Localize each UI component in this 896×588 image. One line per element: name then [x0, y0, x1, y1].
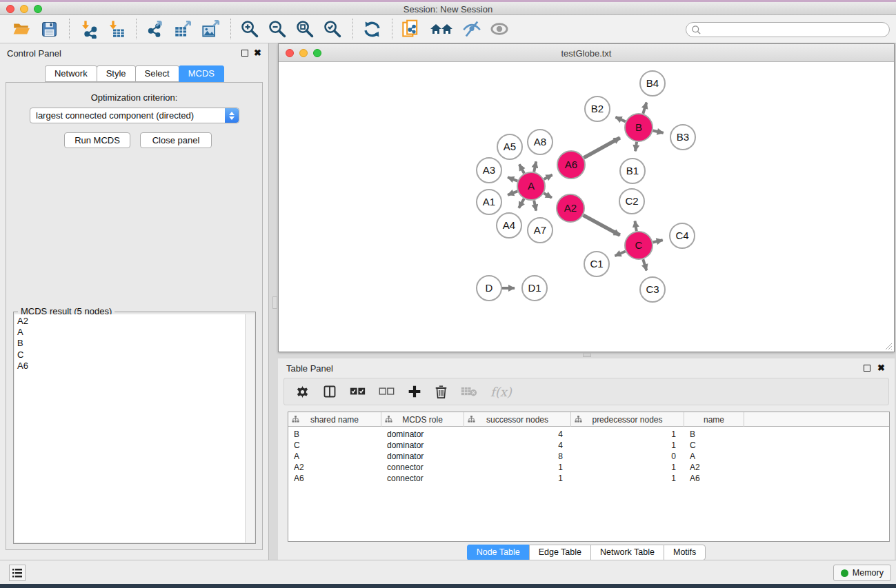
splitter-handle[interactable]: [583, 353, 591, 357]
table-cell[interactable]: connector: [381, 473, 464, 484]
edge-B-B3[interactable]: [653, 130, 664, 132]
table-cell[interactable]: A6: [288, 473, 381, 484]
close-panel-button[interactable]: Close panel: [140, 132, 212, 148]
tab-edge-table[interactable]: Edge Table: [529, 545, 590, 560]
memory-button[interactable]: Memory: [833, 565, 891, 581]
refresh-layout-button[interactable]: [361, 19, 382, 39]
import-table-button[interactable]: [106, 19, 126, 39]
network-window-titlebar[interactable]: testGlobe.txt: [279, 44, 894, 62]
edge-A6-B[interactable]: [584, 138, 619, 158]
delete-button[interactable]: [435, 383, 448, 400]
table-cell[interactable]: B: [684, 429, 744, 440]
edge-B-B4[interactable]: [643, 103, 646, 114]
table-cell[interactable]: 8: [464, 451, 571, 462]
network-canvas[interactable]: A5A8A3AA1A4A7A6A2B2B4BB3B1C2CC4C1C3DD1: [279, 62, 894, 352]
table-cell[interactable]: A2: [684, 462, 744, 473]
column-header-shared-name[interactable]: shared name: [288, 412, 381, 427]
open-file-button[interactable]: [11, 19, 32, 39]
table-cell[interactable]: 4: [464, 429, 571, 440]
edge-A-A2[interactable]: [544, 193, 552, 198]
column-header-mcds-role[interactable]: MCDS role: [381, 412, 464, 427]
export-network-button[interactable]: [145, 19, 166, 39]
edge-A-A1[interactable]: [508, 191, 517, 194]
tab-style[interactable]: Style: [97, 65, 136, 82]
table-cell[interactable]: A: [288, 451, 381, 462]
mcds-result-item[interactable]: A6: [17, 361, 245, 372]
edge-C-C1[interactable]: [615, 251, 626, 256]
new-network-from-selection-button[interactable]: [401, 19, 421, 39]
search-field[interactable]: [686, 22, 890, 37]
table-cell[interactable]: B: [288, 429, 381, 440]
zoom-in-button[interactable]: [239, 19, 260, 39]
deselect-all-button[interactable]: [379, 383, 395, 400]
save-session-button[interactable]: [39, 19, 59, 39]
edge-C-C2[interactable]: [635, 221, 636, 232]
float-table-panel-icon[interactable]: [864, 365, 870, 372]
gear-button[interactable]: [295, 383, 310, 400]
table-row[interactable]: Cdominator41C: [288, 440, 889, 451]
edge-C-C3[interactable]: [643, 259, 646, 270]
function-button[interactable]: f(x): [490, 383, 512, 400]
edge-A-A4[interactable]: [519, 199, 524, 207]
zoom-out-button[interactable]: [267, 19, 288, 39]
edge-A-A8[interactable]: [534, 161, 536, 172]
table-cell[interactable]: 1: [571, 473, 684, 484]
column-header-name[interactable]: name: [684, 412, 744, 427]
run-mcds-button[interactable]: Run MCDS: [64, 132, 130, 148]
table-cell[interactable]: dominator: [381, 440, 464, 451]
table-cell[interactable]: A2: [288, 462, 381, 473]
resize-grip-icon[interactable]: [883, 341, 893, 350]
table-cell[interactable]: 0: [571, 451, 684, 462]
tab-motifs[interactable]: Motifs: [664, 545, 706, 560]
select-all-button[interactable]: [350, 383, 366, 400]
export-table-button[interactable]: [172, 19, 193, 39]
mcds-result-item[interactable]: A: [17, 327, 245, 338]
task-history-button[interactable]: [9, 565, 26, 581]
horizontal-splitter[interactable]: [278, 352, 895, 358]
float-panel-icon[interactable]: [241, 50, 248, 57]
column-header-predecessor-nodes[interactable]: predecessor nodes: [571, 412, 684, 427]
criterion-dropdown[interactable]: largest connected component (directed): [30, 108, 239, 123]
first-neighbors-button[interactable]: [428, 19, 455, 39]
edge-A-A6[interactable]: [544, 175, 552, 179]
export-image-button[interactable]: [200, 19, 221, 39]
result-scrollbar[interactable]: [246, 314, 255, 543]
close-table-panel-icon[interactable]: ✖: [877, 363, 885, 373]
table-cell[interactable]: C: [288, 440, 381, 451]
table-cell[interactable]: connector: [381, 462, 464, 473]
table-cell[interactable]: 1: [464, 462, 571, 473]
import-network-button[interactable]: [78, 19, 99, 39]
add-button[interactable]: [408, 383, 421, 400]
table-cell[interactable]: dominator: [381, 451, 464, 462]
mcds-result-list[interactable]: A2ABCA6: [14, 314, 246, 543]
panel-splitter-handle[interactable]: [272, 296, 277, 309]
table-cell[interactable]: A6: [684, 473, 744, 484]
table-cell[interactable]: 1: [571, 429, 684, 440]
tab-network-table[interactable]: Network Table: [590, 545, 664, 560]
table-cell[interactable]: 4: [464, 440, 571, 451]
show-all-button[interactable]: [489, 19, 510, 39]
edge-C-C4[interactable]: [653, 240, 662, 242]
edge-B-B2[interactable]: [615, 117, 625, 121]
edge-B-B1[interactable]: [635, 142, 637, 152]
column-header-successor-nodes[interactable]: successor nodes: [464, 412, 571, 427]
zoom-fit-button[interactable]: [295, 19, 315, 39]
table-row[interactable]: Adominator80A: [288, 451, 889, 462]
table-row[interactable]: A2connector11A2: [288, 462, 889, 473]
mcds-result-item[interactable]: C: [17, 349, 245, 361]
tab-select[interactable]: Select: [135, 65, 179, 82]
table-cell[interactable]: dominator: [381, 429, 464, 440]
edge-A-A3[interactable]: [508, 177, 517, 181]
delete-table-button[interactable]: [461, 383, 477, 400]
table-cell[interactable]: 1: [571, 440, 684, 451]
table-cell[interactable]: C: [684, 440, 744, 451]
mcds-result-item[interactable]: A2: [17, 316, 245, 327]
table-cell[interactable]: 1: [571, 462, 684, 473]
tab-mcds[interactable]: MCDS: [179, 65, 224, 82]
mcds-result-item[interactable]: B: [17, 338, 245, 349]
edge-A2-C[interactable]: [583, 215, 619, 235]
edge-A-A5[interactable]: [519, 164, 524, 173]
table-row[interactable]: Bdominator41B: [288, 429, 889, 440]
hide-selected-button[interactable]: [461, 19, 482, 39]
column-button[interactable]: [323, 383, 337, 400]
